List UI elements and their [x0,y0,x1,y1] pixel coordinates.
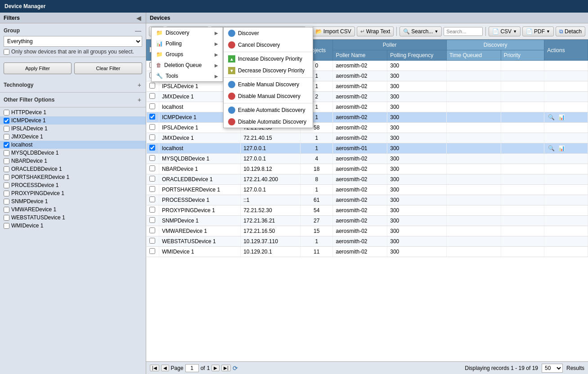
prev-page-btn[interactable]: ◀ [161,365,169,371]
table-row[interactable]: WMIDevice 1 10.129.20.1 11 aerosmith-02 … [147,247,588,257]
sidebar-device-checkbox[interactable] [4,126,9,132]
row-checkbox[interactable] [149,103,155,109]
submenu-discover[interactable]: Discover [224,27,313,39]
all-groups-checkbox[interactable] [4,49,9,55]
sidebar-device-checkbox[interactable] [4,191,9,196]
last-page-btn[interactable]: ▶| [221,365,231,371]
table-row[interactable]: WEBSTATUSDevice 1 10.129.37.110 1 aerosm… [147,236,588,247]
row-action-chart[interactable]: 📊 [558,145,565,151]
sidebar-device-checkbox[interactable] [4,118,9,124]
sidebar-device-item[interactable]: HTTPDevice 1 [0,108,146,116]
csv-btn[interactable]: 📄 CSV ▼ [489,27,521,36]
sidebar-device-item[interactable]: IPSLADevice 1 [0,125,146,133]
sidebar-device-item[interactable]: VMWAREDevice 1 [0,205,146,214]
clear-filter-btn[interactable]: Clear Filter [74,62,142,74]
sidebar-device-item[interactable]: ORACLEDBDevice 1 [0,165,146,173]
row-action-search[interactable]: 🔍 [548,114,555,120]
row-action-chart[interactable]: 📊 [558,114,565,120]
sidebar-device-checkbox[interactable] [4,207,9,213]
table-row[interactable]: PROCESSDevice 1 ::1 61 aerosmith-02 300 [147,195,588,205]
row-checkbox[interactable] [149,145,155,151]
sidebar-device-checkbox[interactable] [4,158,9,164]
sidebar-device-item[interactable]: PROCESSDevice 1 [0,181,146,189]
table-row[interactable]: NBARDevice 1 10.129.8.12 18 aerosmith-02… [147,164,588,174]
import-csv-btn[interactable]: 📂 Import CSV [312,27,355,36]
table-row[interactable]: localhost 127.0.0.1 1 aerosmith-02 300 [147,102,588,112]
submenu-increase-priority[interactable]: ▲ Increase Discovery Priority [224,53,313,65]
first-page-btn[interactable]: |◀ [150,365,159,371]
submenu-disable-manual[interactable]: Disable Manual Discovery [224,90,313,102]
submenu-cancel-discovery[interactable]: Cancel Discovery [224,39,313,51]
row-checkbox[interactable] [149,227,155,233]
table-row[interactable]: VMWAREDevice 1 172.21.16.50 15 aerosmith… [147,226,588,236]
submenu-enable-auto[interactable]: Enable Automatic Discovery [224,104,313,116]
sidebar-device-item[interactable]: SNMPDevice 1 [0,197,146,205]
page-number-input[interactable] [185,364,199,372]
sidebar-device-checkbox[interactable] [4,215,9,221]
row-checkbox[interactable] [149,248,155,254]
group-select[interactable]: Everything All Devices Custom Group 1 [4,36,142,47]
row-checkbox[interactable] [149,124,155,130]
row-checkbox[interactable] [149,196,155,202]
submenu-decrease-priority[interactable]: ▼ Decrease Discovery Priority [224,65,313,76]
sidebar-collapse-btn[interactable]: ◀ [135,14,142,22]
row-checkbox[interactable] [149,93,155,99]
sidebar-device-item[interactable]: PORTSHAKERDevice 1 [0,173,146,181]
sidebar-device-item[interactable]: WMIDevice 1 [0,222,146,230]
submenu-disable-auto[interactable]: Disable Automatic Discovery [224,116,313,128]
row-checkbox[interactable] [149,165,155,171]
sidebar-device-checkbox[interactable] [4,150,9,156]
table-row[interactable]: PROXYPINGDevice 1 72.21.52.30 54 aerosmi… [147,205,588,216]
dropdown-discovery[interactable]: 📁 Discovery ▶ [152,27,223,38]
wrap-text-btn[interactable]: ↵ Wrap Text [357,27,394,36]
sidebar-device-checkbox[interactable] [4,183,9,188]
detach-btn[interactable]: ⧉ Detach [556,27,585,36]
sidebar-device-item[interactable]: JMXDevice 1 [0,133,146,141]
table-row[interactable]: ORACLEDBDevice 1 172.21.40.200 8 aerosmi… [147,174,588,185]
sidebar-device-item[interactable]: ICMPDevice 1 [0,116,146,125]
submenu-enable-manual[interactable]: Enable Manual Discovery [224,79,313,90]
sidebar-device-item[interactable]: PROXYPINGDevice 1 [0,189,146,197]
sidebar-device-item[interactable]: localhost [0,141,146,149]
apply-filter-btn[interactable]: Apply Filter [4,62,72,74]
table-row[interactable]: ICMPDevice 1 127.0.0.1 1 aerosmith-02 30… [147,112,588,123]
next-page-btn[interactable]: ▶ [211,365,220,371]
refresh-btn[interactable]: ⟳ [233,365,238,372]
row-checkbox[interactable] [149,114,155,120]
other-filter-expand-btn[interactable]: + [137,96,142,103]
row-checkbox[interactable] [149,217,155,223]
row-checkbox[interactable] [149,134,155,140]
sidebar-device-item[interactable]: MYSQLDBDevice 1 [0,149,146,157]
sidebar-device-checkbox[interactable] [4,166,9,172]
dropdown-groups[interactable]: 📁 Groups ▶ [152,49,223,60]
search-input[interactable] [444,27,483,36]
search-dropdown-btn[interactable]: 🔍 Search... ▼ [399,27,442,36]
row-checkbox[interactable] [149,207,155,213]
table-row[interactable]: localhost 127.0.0.1 1 aerosmith-01 300 🔍… [147,143,588,154]
pdf-btn[interactable]: 📄 PDF ▼ [522,27,554,36]
table-row[interactable]: IPSLADevice 1 72.21.52.30 58 aerosmith-0… [147,123,588,133]
table-row[interactable]: PORTSHAKERDevice 1 127.0.0.1 1 aerosmith… [147,185,588,195]
technology-expand-btn[interactable]: + [137,81,142,89]
row-checkbox[interactable] [149,83,155,89]
sidebar-device-checkbox[interactable] [4,134,9,140]
row-checkbox[interactable] [149,155,155,161]
table-row[interactable]: MYSQLDBDevice 1 127.0.0.1 4 aerosmith-02… [147,154,588,164]
table-row[interactable]: SNMPDevice 1 172.21.36.21 27 aerosmith-0… [147,216,588,226]
sidebar-device-checkbox[interactable] [4,174,9,180]
dropdown-polling[interactable]: 📊 Polling ▶ [152,38,223,49]
dropdown-deletion-queue[interactable]: 🗑 Deletion Queue ▶ [152,60,223,71]
dropdown-tools[interactable]: 🔧 Tools ▶ [152,71,223,81]
sidebar-device-item[interactable]: WEBSTATUSDevice 1 [0,214,146,222]
all-groups-checkbox-label[interactable]: Only show devices that are in all groups… [4,49,142,55]
row-checkbox[interactable] [149,238,155,244]
table-row[interactable]: JMXDevice 1 72.21.40.15 1 aerosmith-02 3… [147,133,588,143]
group-collapse-btn[interactable]: — [134,27,142,34]
sidebar-device-item[interactable]: NBARDevice 1 [0,157,146,165]
sidebar-device-checkbox[interactable] [4,199,9,205]
sidebar-device-checkbox[interactable] [4,110,9,116]
table-row[interactable]: IPSLADevice 1 127.0.0.1 1 aerosmith-02 3… [147,81,588,92]
sidebar-device-checkbox[interactable] [4,223,9,229]
row-checkbox[interactable] [149,186,155,192]
table-row[interactable]: JMXDevice 1 0.168.0.50 2 aerosmith-02 30… [147,92,588,102]
